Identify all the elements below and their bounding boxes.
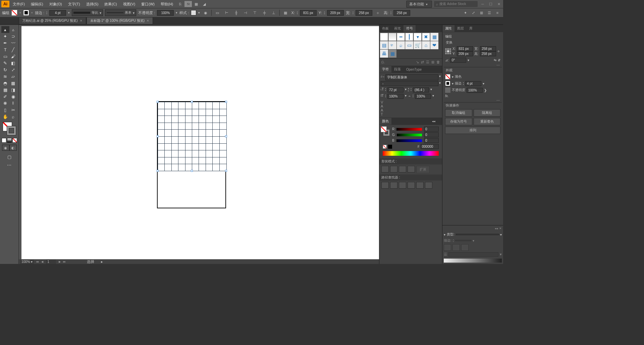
selection-handle[interactable] [157, 170, 159, 172]
prop-y[interactable]: 209 px [457, 51, 473, 56]
hex-input[interactable]: 000000 [421, 144, 439, 149]
menu-icon[interactable]: ≡ [494, 10, 501, 16]
shape-builder-tool[interactable]: ◓ [1, 80, 9, 86]
transform-ref-icon[interactable]: ▦ [282, 10, 289, 16]
symbol-item[interactable]: ▦ [388, 50, 396, 58]
slice-tool[interactable]: ✂ [9, 107, 17, 113]
black-swatch[interactable] [388, 145, 392, 149]
artboard-num[interactable]: 1 [46, 260, 56, 264]
graph-tool[interactable]: ⫴ [9, 100, 17, 107]
selection-handle[interactable] [225, 101, 227, 103]
x-input[interactable]: 831 px [300, 10, 317, 16]
free-transform-tool[interactable]: ▱ [9, 73, 17, 80]
menu-window[interactable]: 窗口(W) [139, 1, 157, 8]
g-slider[interactable] [397, 134, 422, 136]
gradient-preview[interactable] [444, 259, 502, 263]
flip-v-icon[interactable]: ⇵ [498, 58, 500, 62]
close-tab-icon[interactable]: ✕ [147, 19, 149, 22]
opacity-input[interactable]: 100% [157, 10, 174, 16]
color-fill[interactable] [381, 126, 387, 132]
intersect-icon[interactable] [399, 166, 406, 172]
blend-tool[interactable]: ◉ [9, 93, 17, 100]
tab-swatches[interactable]: 色板 [379, 25, 391, 32]
lasso-tool[interactable]: ⊃ [9, 33, 17, 40]
magic-wand-tool[interactable]: ✦ [1, 33, 9, 40]
menu-help[interactable]: 帮助(H) [158, 1, 176, 8]
ungroup-button[interactable]: 取消编组 [445, 109, 472, 117]
selection-handle[interactable] [225, 170, 227, 172]
eraser-tool[interactable]: ◧ [9, 60, 17, 66]
crop-icon[interactable] [408, 182, 415, 189]
trash-icon[interactable]: 🗑 [436, 60, 440, 64]
doc-tab-2[interactable]: 未标题-1* @ 100% (RGB/GPU 预览)✕ [87, 17, 153, 24]
zoom-tool[interactable]: ⌕ [9, 113, 17, 120]
brush-def[interactable]: 基本 ▾ [105, 9, 136, 16]
isolate-button[interactable]: 隔离组 [474, 109, 501, 117]
ref-point[interactable] [445, 48, 451, 54]
panel-toggle-icon[interactable]: ☰ [486, 10, 493, 16]
selection-handle[interactable] [157, 135, 159, 137]
fontsize-input[interactable]: 72 pt [387, 87, 404, 92]
font-style-input[interactable]: - [381, 81, 438, 86]
rotate-tool[interactable]: ↻ [1, 66, 9, 73]
stroke-weight-input[interactable]: 4 pt [49, 10, 66, 16]
symbol-spray-tool[interactable]: ❋ [1, 100, 9, 107]
draw-mode[interactable]: ◉◐ [2, 145, 17, 151]
scale-tool[interactable]: ⤢ [9, 66, 17, 73]
divide-icon[interactable] [381, 182, 389, 189]
stroke-swatch[interactable] [23, 10, 29, 16]
prop-opac[interactable]: 100% [467, 88, 483, 93]
shaper-tool[interactable]: ✎ [1, 60, 9, 66]
flip-h-icon[interactable]: ⇋ [494, 58, 496, 62]
artboard-tool[interactable]: ▯ [1, 107, 9, 113]
prop-angle[interactable]: 0° [450, 58, 466, 63]
symbol-item[interactable]: ▤ [380, 41, 388, 49]
tab-char[interactable]: 字符 [379, 66, 391, 73]
new-icon[interactable]: ⊞ [431, 60, 434, 64]
tab-libraries[interactable]: 库 [467, 25, 475, 32]
w-input[interactable]: 258 px [356, 10, 372, 16]
prop-opac-sw[interactable] [445, 87, 450, 93]
screen-mode[interactable]: ▢ [5, 153, 13, 160]
gstroke-input[interactable] [455, 240, 471, 241]
rect-tool[interactable]: ▭ [1, 53, 9, 60]
maximize-icon[interactable]: ☐ [488, 2, 494, 6]
stroke-profile[interactable]: 等比 ▾ [72, 9, 103, 16]
stroke-indicator[interactable] [7, 126, 16, 135]
shape-tool-icon[interactable]: ✦ [462, 10, 469, 16]
paintbrush-tool[interactable]: 🖌 [9, 53, 17, 60]
arrange-button[interactable]: 排列 [445, 127, 500, 134]
prop-fill[interactable] [445, 74, 450, 79]
outline-icon[interactable] [416, 182, 424, 189]
prop-w[interactable]: 258 px [480, 46, 496, 51]
gtype-input[interactable] [456, 234, 499, 235]
trim-icon[interactable] [390, 182, 397, 189]
search-stock[interactable]: ⌕搜索 Adobe Stock [434, 1, 478, 7]
menu-effect[interactable]: 效果(C) [102, 1, 119, 8]
symbol-item[interactable]: 🛒 [414, 41, 422, 49]
color-mode-swatches[interactable] [2, 138, 17, 143]
symbol-item[interactable]: ⌕ [397, 41, 405, 49]
r-input[interactable]: 0 [424, 127, 439, 132]
tab-color[interactable]: 颜色 [379, 118, 391, 125]
symbol-item[interactable]: ▦ [430, 33, 438, 41]
expand-button[interactable]: 扩展 [416, 166, 430, 173]
lib-icon[interactable]: ⎙. [381, 60, 385, 64]
h-input[interactable]: 258 px [393, 10, 410, 16]
exclude-icon[interactable] [408, 166, 415, 172]
fill-stroke-control[interactable] [2, 121, 17, 136]
close-icon[interactable]: ✕ [496, 2, 502, 6]
menu-text[interactable]: 文字(T) [65, 1, 83, 8]
eyedropper-tool[interactable]: ✐ [1, 93, 9, 100]
tab-symbols[interactable]: 符号 [404, 25, 416, 32]
share-icon[interactable]: ⎘ [176, 1, 184, 7]
symbol-item[interactable]: ▭ [405, 41, 413, 49]
symbol-delete[interactable]: ✖ [422, 33, 430, 41]
line-tool[interactable]: ╱ [9, 46, 17, 53]
width-tool[interactable]: ≋ [1, 73, 9, 80]
direct-select-tool[interactable]: ▵ [9, 26, 17, 33]
pen-tool[interactable]: ✒ [1, 40, 9, 46]
menu-file[interactable]: 文件(F) [10, 1, 28, 8]
isolation-icon[interactable]: ⊞ [478, 10, 485, 16]
hscale-input[interactable]: 100% [415, 94, 431, 99]
